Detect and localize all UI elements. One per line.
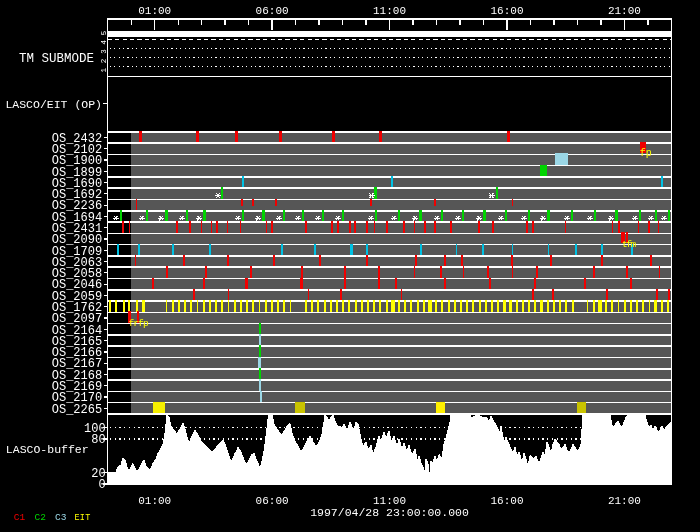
svg-text:3: 3	[100, 49, 108, 54]
svg-text:01:00: 01:00	[138, 5, 171, 17]
svg-text:OS_2265: OS_2265	[52, 403, 102, 417]
svg-text:4: 4	[100, 40, 108, 45]
svg-text:21:00: 21:00	[608, 495, 641, 507]
svg-text:2: 2	[100, 59, 108, 64]
svg-text:fp: fp	[640, 148, 652, 159]
svg-text:16:00: 16:00	[490, 495, 523, 507]
svg-text:C1: C1	[14, 512, 26, 523]
svg-text:01:00: 01:00	[138, 495, 171, 507]
svg-text:C3: C3	[55, 512, 67, 523]
svg-text:1: 1	[100, 67, 108, 72]
svg-text:80: 80	[91, 433, 105, 447]
svg-text:11:00: 11:00	[373, 5, 406, 17]
svg-text:frfp: frfp	[129, 318, 149, 329]
svg-text:LASCO/EIT (OP): LASCO/EIT (OP)	[5, 98, 102, 111]
svg-text:EIT: EIT	[74, 513, 90, 523]
svg-text:0: 0	[98, 478, 105, 492]
svg-text:06:00: 06:00	[256, 495, 289, 507]
svg-text:C2: C2	[34, 512, 46, 523]
svg-text:1997/04/28 23:00:00.000: 1997/04/28 23:00:00.000	[310, 506, 469, 519]
svg-text:5: 5	[100, 30, 108, 35]
svg-text:16:00: 16:00	[490, 5, 523, 17]
svg-text:LASCO-buffer: LASCO-buffer	[6, 443, 89, 456]
svg-text:06:00: 06:00	[256, 5, 289, 17]
svg-text:TM SUBMODE: TM SUBMODE	[19, 52, 94, 66]
svg-text:tfm: tfm	[622, 239, 636, 250]
svg-text:21:00: 21:00	[608, 5, 641, 17]
